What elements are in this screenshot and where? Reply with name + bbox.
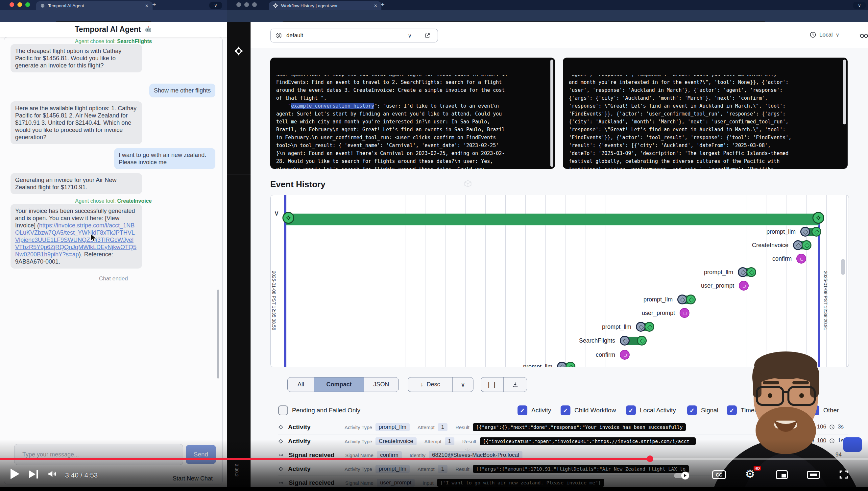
agent-message: The cheapest flight option is with Catha…	[10, 44, 142, 73]
new-tab-button[interactable]: +	[152, 1, 156, 8]
close-tab-icon[interactable]: ✕	[145, 3, 149, 8]
download-history-button[interactable]	[503, 377, 527, 392]
pending-failed-filter[interactable]: Pending and Failed Only	[278, 405, 360, 415]
chat-scrollbar[interactable]	[217, 290, 219, 378]
timeline-event-user-prompt-signal[interactable]: user_prompt	[642, 308, 690, 318]
checkbox-unchecked[interactable]	[278, 405, 288, 415]
event-timeline-panel: ∨ 2025-01-08 PST 12:35:38.56 2025-01-08 …	[270, 195, 849, 367]
checkbox-checked[interactable]: ✓	[626, 405, 636, 415]
volume-icon[interactable]	[47, 469, 57, 479]
timeline-event-prompt-llm[interactable]: prompt_llm	[644, 294, 696, 305]
sidebar-divider	[227, 174, 251, 174]
filter-local-activity[interactable]: ✓Local Activity	[626, 405, 676, 415]
right-tab-bar: Workflow History | agent-wor ✕ + ∨	[227, 0, 868, 10]
timezone-select[interactable]: Local ∨	[809, 31, 839, 38]
temporal-sidebar: 2.30.3	[227, 22, 251, 491]
minimize-window-button[interactable]	[18, 2, 22, 7]
code-scrollbar[interactable]	[550, 60, 553, 167]
agent-message: Generating an invoice for your Air New Z…	[10, 173, 142, 194]
view-all-button[interactable]: All	[288, 377, 314, 392]
captions-button[interactable]: CC	[712, 470, 726, 479]
open-namespace-button[interactable]	[417, 29, 438, 42]
workflow-input-code-right[interactable]: 'agent', 'response': {'response': "Great…	[563, 58, 848, 169]
page-title: Temporal AI Agent	[74, 25, 141, 34]
chat-ended-label: Chat ended	[4, 276, 223, 282]
video-progress-played	[0, 458, 650, 460]
chevron-down-icon: ∨	[836, 32, 839, 38]
play-button[interactable]	[10, 469, 20, 479]
settings-gear-icon[interactable]: ⚙HD	[745, 467, 755, 481]
checkbox-checked[interactable]: ✓	[518, 405, 527, 415]
timeline-start-timestamp: 2025-01-08 PST 12:35:38.56	[271, 271, 277, 330]
letterbox-bottom	[0, 487, 868, 491]
timeline-event-prompt-llm[interactable]: prompt_llm	[602, 321, 655, 332]
hd-badge: HD	[753, 466, 761, 470]
selected-text: example_conversation_history	[291, 103, 374, 109]
close-window-button[interactable]	[237, 2, 241, 7]
tab-title: Workflow History | agent-wor	[281, 3, 357, 8]
close-window-button[interactable]	[9, 2, 14, 7]
new-tab-button[interactable]: +	[381, 1, 385, 8]
timeline-event-prompt-llm[interactable]: prompt_llm	[523, 362, 576, 367]
timeline-event-confirm-signal[interactable]: confirm	[772, 253, 807, 264]
user-message: I want to go with air new zealand. Pleas…	[114, 148, 215, 169]
tab-workflow-history[interactable]: Workflow History | agent-wor ✕	[269, 1, 381, 10]
theater-mode-button[interactable]	[807, 471, 820, 479]
filter-activity[interactable]: ✓Activity	[518, 405, 551, 415]
view-mode-segmented: All Compact JSON	[287, 377, 399, 392]
checkbox-checked[interactable]: ✓	[561, 405, 570, 415]
timeline-event-user-prompt-signal[interactable]: user_prompt	[701, 280, 749, 291]
sort-menu-button[interactable]: ∨	[453, 377, 473, 392]
timeline-end-timestamp: 2025-01-08 PST 12:38:20.91	[823, 271, 828, 330]
minimize-window-button[interactable]	[244, 2, 249, 7]
tab-search-button[interactable]: ∨	[853, 2, 866, 9]
pause-button[interactable]: ❘❘	[481, 377, 503, 392]
app-header: Temporal AI Agent	[0, 22, 227, 37]
workflow-start-icon[interactable]	[282, 212, 294, 224]
view-compact-button[interactable]: Compact	[314, 377, 364, 392]
view-json-button[interactable]: JSON	[364, 377, 399, 392]
temporal-favicon-icon	[273, 3, 278, 8]
zoom-window-button[interactable]	[252, 2, 257, 7]
tab-search-button[interactable]: ∨	[209, 2, 222, 9]
video-progress-handle[interactable]	[647, 456, 653, 462]
left-toolbar: ← → ⟳ ⓘ localhost:5173 ☆ C: ⋮	[0, 10, 227, 22]
timeline-event-confirm-signal[interactable]: confirm	[596, 349, 630, 360]
temporal-logo-icon[interactable]	[234, 46, 244, 56]
autoplay-toggle[interactable]	[674, 473, 688, 478]
timeline-event-prompt-llm[interactable]: prompt_llm	[704, 267, 757, 278]
miniplayer-button[interactable]	[776, 470, 788, 479]
globe-favicon-icon	[40, 3, 45, 8]
next-button[interactable]	[29, 470, 38, 479]
download-icon	[512, 381, 519, 388]
timeline-event-searchflights[interactable]: SearchFlights	[579, 335, 647, 346]
tab-temporal-ai-agent[interactable]: Temporal AI Agent ✕	[36, 1, 153, 10]
workflow-input-code-left[interactable]: user specified. 1. Keep the low-level ag…	[270, 58, 555, 169]
left-tab-bar: Temporal AI Agent ✕ + ∨	[0, 0, 227, 10]
deployments-icon[interactable]	[464, 179, 472, 188]
workflow-end-icon[interactable]	[812, 212, 824, 224]
namespace-select[interactable]: default ∨	[270, 29, 438, 42]
zoom-window-button[interactable]	[25, 2, 30, 7]
code-scrollbar[interactable]	[843, 60, 846, 124]
sort-desc-button[interactable]: ↓Desc	[408, 377, 453, 392]
timeline-event-prompt-llm[interactable]: prompt_llm	[766, 226, 822, 237]
workflow-span-bar[interactable]	[286, 213, 819, 225]
timeline-event-createinvoice[interactable]: CreateInvoice	[752, 240, 812, 251]
sort-order-control: ↓Desc ∨	[408, 377, 473, 392]
robot-icon	[144, 26, 152, 34]
close-tab-icon[interactable]: ✕	[374, 3, 377, 8]
left-browser-window: Temporal AI Agent ✕ + ∨ ← → ⟳ ⓘ localhos…	[0, 0, 227, 491]
activity-icon	[278, 425, 283, 430]
mouse-cursor	[89, 233, 98, 243]
checkbox-checked[interactable]: ✓	[687, 405, 697, 415]
timeline-collapse-chevron-icon[interactable]: ∨	[274, 209, 279, 218]
right-toolbar: ← → ⟳ ⓘ localhost:8233/namespaces/defaul…	[227, 10, 868, 22]
filter-child-workflow[interactable]: ✓Child Workflow	[561, 405, 616, 415]
namespace-value: default	[286, 32, 303, 39]
timeline-scrollbar[interactable]	[841, 259, 845, 275]
reader-glasses-icon[interactable]	[860, 31, 868, 39]
chat-app: Temporal AI Agent Agent chose tool: Sear…	[0, 22, 227, 487]
fullscreen-button[interactable]	[838, 469, 849, 480]
chevron-down-icon: ∨	[408, 33, 412, 39]
